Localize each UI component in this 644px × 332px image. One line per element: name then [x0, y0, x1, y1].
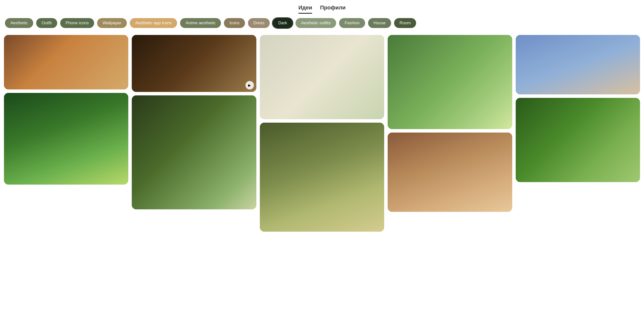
- chip-phone-icons[interactable]: Phone icons: [60, 18, 94, 28]
- pin-3[interactable]: ▶: [132, 35, 256, 92]
- pin-2[interactable]: [4, 93, 128, 184]
- pin-10[interactable]: [516, 98, 640, 182]
- pin-5[interactable]: [260, 35, 384, 119]
- tab-profiles[interactable]: Профили: [320, 4, 346, 14]
- masonry-grid: ▶: [0, 32, 644, 242]
- tab-ideas[interactable]: Идеи: [298, 4, 312, 14]
- chip-dark[interactable]: Dark: [273, 18, 292, 28]
- chip-house[interactable]: House: [368, 18, 391, 28]
- chip-anime[interactable]: Anime aesthetic: [180, 18, 221, 28]
- chip-aesthetic-icons[interactable]: Aesthetic app icons: [130, 18, 177, 28]
- chip-room[interactable]: Room: [394, 18, 416, 28]
- chip-dress[interactable]: Dress: [248, 18, 270, 28]
- chip-aesthetic[interactable]: Aesthetic: [5, 18, 33, 28]
- tabs-bar: Идеи Профили: [0, 0, 644, 14]
- pin-4[interactable]: [132, 96, 256, 209]
- chip-outfit[interactable]: Outfit: [36, 18, 57, 28]
- chip-aesthetic-outfits[interactable]: Aesthetic outfits: [296, 18, 336, 28]
- chip-fashion[interactable]: Fashion: [339, 18, 365, 28]
- pin-9[interactable]: [516, 35, 640, 94]
- chip-wallpaper[interactable]: Wallpaper: [97, 18, 127, 28]
- play-icon-3[interactable]: ▶: [246, 81, 254, 90]
- pin-1[interactable]: [4, 35, 128, 90]
- pin-8[interactable]: [388, 132, 512, 212]
- pin-7[interactable]: [388, 35, 512, 129]
- chips-bar: AestheticOutfitPhone iconsWallpaperAesth…: [0, 14, 644, 32]
- pin-6[interactable]: [260, 123, 384, 232]
- chip-icons[interactable]: Icons: [224, 18, 245, 28]
